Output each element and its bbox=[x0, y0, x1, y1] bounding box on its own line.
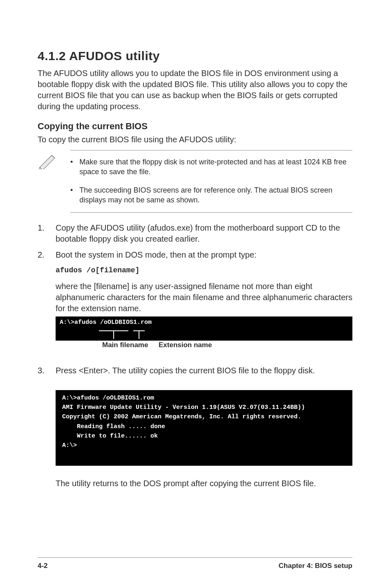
step-item: 3. Press <Enter>. The utility copies the… bbox=[38, 365, 352, 489]
label-main-filename: Main filename bbox=[102, 341, 148, 350]
page-footer: 4-2 Chapter 4: BIOS setup bbox=[38, 557, 352, 570]
step-number: 1. bbox=[38, 222, 46, 245]
step-text: Copy the AFUDOS utility (afudos.exe) fro… bbox=[56, 223, 340, 243]
step-item: 1. Copy the AFUDOS utility (afudos.exe) … bbox=[38, 222, 352, 245]
bullet-icon: • bbox=[70, 157, 73, 177]
section-title: 4.1.2 AFUDOS utility bbox=[38, 49, 352, 63]
terminal-output: A:\>afudos /oOLDBIOS1.rom bbox=[56, 316, 352, 330]
note-content: • Make sure that the floppy disk is not … bbox=[70, 150, 352, 213]
terminal-underline-marks bbox=[56, 330, 352, 341]
step-item: 2. Boot the system in DOS mode, then at … bbox=[38, 249, 352, 360]
sub-intro: To copy the current BIOS file using the … bbox=[38, 134, 352, 145]
note-bullet: • The succeeding BIOS screens are for re… bbox=[70, 183, 352, 208]
page-number: 4-2 bbox=[38, 562, 48, 570]
step-number: 2. bbox=[38, 249, 46, 360]
code-command: afudos /o[filename] bbox=[56, 265, 352, 275]
intro-paragraph: The AFUDOS utility allows you to update … bbox=[38, 68, 352, 112]
filename-labels: Main filename Extension name bbox=[56, 341, 352, 350]
subheading: Copying the current BIOS bbox=[38, 121, 352, 132]
terminal-output: A:\>afudos /oOLDBIOS1.rom AMI Firmware U… bbox=[56, 390, 352, 466]
note-block: • Make sure that the floppy disk is not … bbox=[38, 150, 352, 213]
step-tail: The utility returns to the DOS prompt af… bbox=[56, 479, 316, 488]
note-text: The succeeding BIOS screens are for refe… bbox=[79, 185, 352, 205]
chapter-label: Chapter 4: BIOS setup bbox=[279, 562, 352, 570]
step-text: Press <Enter>. The utility copies the cu… bbox=[56, 366, 315, 375]
note-text: Make sure that the floppy disk is not wr… bbox=[79, 157, 352, 177]
steps-list: 1. Copy the AFUDOS utility (afudos.exe) … bbox=[38, 222, 352, 489]
note-bullet: • Make sure that the floppy disk is not … bbox=[70, 155, 352, 180]
step-text: Boot the system in DOS mode, then at the… bbox=[56, 250, 256, 259]
pencil-note-icon bbox=[38, 150, 59, 171]
step-number: 3. bbox=[38, 365, 46, 489]
step-aftercode: where the [filename] is any user-assigne… bbox=[56, 282, 352, 313]
bullet-icon: • bbox=[70, 185, 73, 205]
label-extension-name: Extension name bbox=[159, 341, 212, 350]
